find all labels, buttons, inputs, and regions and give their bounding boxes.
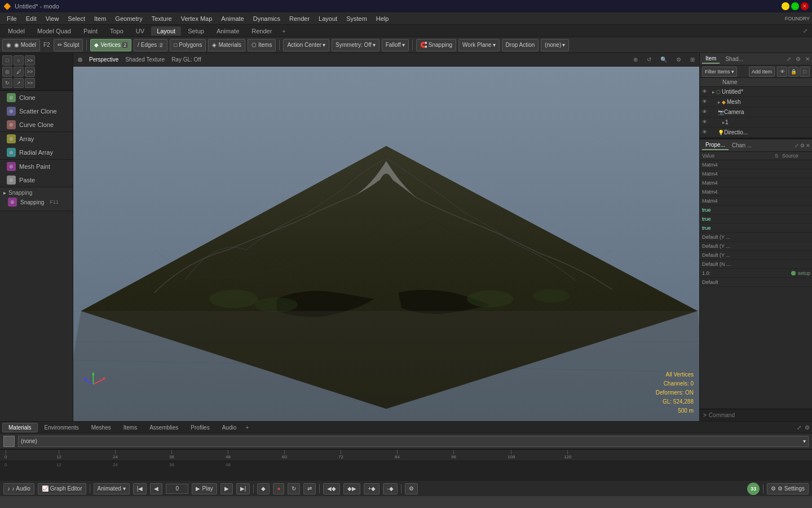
forward-to-end-button[interactable]: ▶| [236, 483, 250, 494]
ping-pong-button[interactable]: ⇌ [303, 483, 316, 494]
materials-button[interactable]: ◈ Materials [208, 39, 245, 51]
rp-close-icon[interactable]: ✕ [805, 56, 810, 62]
menu-dynamics[interactable]: Dynamics [249, 14, 285, 23]
tool-sphere-btn[interactable]: ○ [14, 55, 24, 65]
props-close-icon[interactable]: ✕ [806, 143, 810, 148]
tool-more2-btn[interactable]: >> [25, 67, 35, 77]
vp-settings-icon[interactable]: ⚙ [676, 56, 681, 63]
add-key-button[interactable]: +◆ [364, 483, 379, 494]
tab-add[interactable]: + [279, 27, 289, 36]
none-dropdown[interactable]: (none) ▾ [541, 39, 569, 51]
props-expand-icon[interactable]: ⤢ [795, 143, 799, 148]
step-forward-button[interactable]: ▶ [220, 483, 233, 494]
render-col-icon[interactable]: □ [800, 67, 810, 77]
btab-meshes[interactable]: Meshes [86, 423, 117, 432]
curve-clone-item[interactable]: ⊕ Curve Clone [0, 118, 73, 132]
mesh-paint-item[interactable]: ⊕ Mesh Paint [0, 160, 73, 173]
polygons-button[interactable]: □ Polygons [170, 39, 206, 51]
tab-setup[interactable]: Setup [182, 27, 210, 36]
drop-action-dropdown[interactable]: Drop Action [502, 39, 539, 51]
scatter-clone-item[interactable]: ⊕ Scatter Clone [0, 104, 73, 118]
material-dropdown[interactable]: (none) ▾ [18, 436, 809, 447]
minimize-button[interactable]: — [782, 2, 789, 10]
tab-model-quad[interactable]: Model Quad [32, 27, 77, 36]
menu-layout[interactable]: Layout [314, 14, 342, 23]
btab-assemblies[interactable]: Assemblies [144, 423, 184, 432]
tool-more3-btn[interactable]: >> [25, 78, 35, 88]
frame-input[interactable] [166, 484, 188, 494]
filter-items-dropdown[interactable]: Filter Items ▾ [702, 67, 737, 77]
tool-more-btn[interactable]: >> [25, 55, 35, 65]
chan-tab[interactable]: Chan ... [729, 141, 755, 150]
viewport-canvas[interactable]: All Vertices Channels: 0 Deformers: ON G… [73, 67, 699, 421]
btab-add[interactable]: + [243, 423, 251, 432]
close-button[interactable]: ✕ [801, 2, 809, 10]
item-row-mesh[interactable]: 👁 ▸ ◆ Mesh [700, 97, 812, 107]
maximize-button[interactable]: □ [791, 2, 799, 10]
clone-item[interactable]: ⊕ Clone [0, 91, 73, 104]
tab-paint[interactable]: Paint [78, 27, 103, 36]
ray-gl-label[interactable]: Ray GL: Off [171, 56, 201, 63]
perspective-label[interactable]: Perspective [89, 56, 118, 63]
prev-key-button[interactable]: ◀◆ [323, 483, 340, 494]
record-button[interactable]: ● [273, 483, 284, 494]
eye-col-icon[interactable]: 👁 [777, 67, 787, 77]
tab-render[interactable]: Render [246, 27, 277, 36]
array-item[interactable]: ⊕ Array [0, 132, 73, 146]
tool-arrow-btn[interactable]: ↗ [14, 78, 24, 88]
props-tab[interactable]: Prope... [702, 141, 729, 150]
menu-view[interactable]: View [41, 14, 64, 23]
scene-settings-button[interactable]: ⚙ [405, 483, 418, 494]
lock-col-icon[interactable]: 🔒 [788, 67, 798, 77]
menu-select[interactable]: Select [63, 14, 90, 23]
snapping-snap-item[interactable]: ⊕ Snapping F11 [3, 196, 69, 208]
tool-rotate-btn[interactable]: ↻ [2, 78, 12, 88]
props-settings-icon[interactable]: ⚙ [800, 143, 805, 148]
snapping-button[interactable]: 🧲 Snapping [416, 39, 456, 51]
vp-more-icon[interactable]: ⊞ [690, 56, 695, 63]
audio-button[interactable]: ♪ ♪ Audio [3, 483, 34, 494]
work-plane-dropdown[interactable]: Work Plane ▾ [458, 39, 500, 51]
paste-item[interactable]: ⊕ Paste [0, 173, 73, 187]
action-center-dropdown[interactable]: Action Center ▾ [283, 39, 329, 51]
btab-materials[interactable]: Materials [2, 423, 38, 432]
next-key-button[interactable]: ◆▶ [343, 483, 360, 494]
timeline-ruler[interactable]: 0 12 24 36 48 [0, 450, 812, 461]
btab-environments[interactable]: Environments [39, 423, 85, 432]
vertices-button[interactable]: ◆ Vertices 2 [90, 39, 131, 51]
menu-animate[interactable]: Animate [217, 14, 248, 23]
del-key-button[interactable]: -◆ [383, 483, 397, 494]
play-button[interactable]: ▶ Play [192, 483, 217, 494]
btab-items[interactable]: Items [118, 423, 143, 432]
tool-circle-btn[interactable]: ◎ [2, 67, 12, 77]
viewport[interactable]: Perspective Shaded Texture Ray GL: Off ⊕… [73, 53, 699, 421]
vp-rotate-icon[interactable]: ↺ [647, 56, 651, 63]
bottom-panel-settings[interactable]: ⚙ [805, 424, 810, 431]
tab-model[interactable]: Model [2, 27, 30, 36]
rewind-to-start-button[interactable]: |◀ [133, 483, 147, 494]
menu-file[interactable]: File [2, 14, 21, 23]
tool-pen-btn[interactable]: 🖊 [14, 67, 24, 77]
menu-texture[interactable]: Texture [147, 14, 176, 23]
item-tab[interactable]: Item [702, 54, 720, 64]
model-button[interactable]: ◉ ◉ Model [2, 39, 40, 51]
bottom-panel-expand[interactable]: ⤢ [797, 424, 801, 431]
menu-geometry[interactable]: Geometry [111, 14, 147, 23]
rp-expand-icon[interactable]: ⤢ [787, 56, 791, 62]
keyframe-button[interactable]: ◆ [257, 483, 270, 494]
tab-uv[interactable]: UV [130, 27, 150, 36]
expand-icon[interactable]: ⤢ [801, 28, 810, 34]
item-row-sub1[interactable]: 👁 ▸ 1 [700, 117, 812, 128]
item-row-untitled[interactable]: 👁 ▸ ⬡ Untitled* [700, 87, 812, 97]
item-row-direction[interactable]: 👁 💡 Directio... [700, 128, 812, 138]
menu-help[interactable]: Help [372, 14, 394, 23]
snapping-section-header[interactable]: ▸ Snapping [3, 190, 69, 196]
settings-button[interactable]: ⚙ ⚙ Settings [767, 483, 809, 494]
items-button[interactable]: ⬡ Items [248, 39, 276, 51]
menu-vertex-map[interactable]: Vertex Map [176, 14, 217, 23]
material-swatch[interactable] [3, 436, 15, 447]
loop-button[interactable]: ↻ [288, 483, 300, 494]
rp-settings-icon[interactable]: ⚙ [796, 56, 801, 62]
vp-reset-icon[interactable]: ⊕ [633, 56, 638, 63]
sculpt-button[interactable]: ✏ Sculpt [54, 39, 83, 51]
